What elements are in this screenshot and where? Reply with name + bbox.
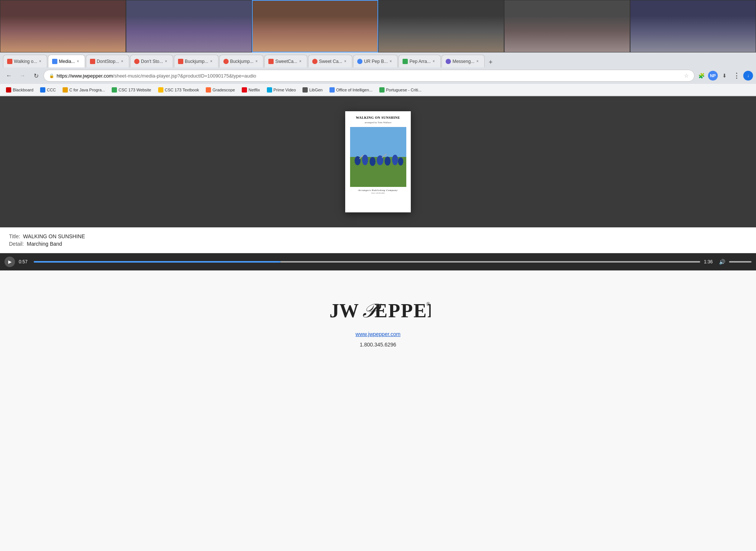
pdf-icon-2 [90,59,95,64]
bookmark-label: Office of Intelligen... [336,88,373,92]
svg-point-6 [385,157,391,166]
progress-remaining [280,261,700,263]
tab-walking-o[interactable]: Walking o... × [3,55,47,67]
album-publisher: ·Arrangers·Publishing·Company· [358,189,399,191]
tab-label: Walking o... [14,59,37,64]
bookmark-ccc[interactable]: CCC [37,87,59,93]
tab-close-2[interactable]: × [75,58,81,64]
prime-icon [267,87,272,93]
profile-btn[interactable]: NP [708,71,718,81]
svg-point-2 [355,156,361,165]
ccc-icon [40,87,45,93]
tab-media[interactable]: Media... × [48,55,85,67]
tab-dontstop[interactable]: DontStop... × [86,55,129,67]
download-icon[interactable]: ↓ [743,71,753,81]
bookmark-gradescope[interactable]: Gradescope [203,87,238,93]
video-strip [0,0,756,52]
csc173-tb-icon [158,87,163,93]
bookmark-libgen[interactable]: LibGen [299,87,325,93]
bookmark-label: CSC 173 Textbook [165,88,199,92]
url-text: https://www.jwpepper.com/sheet-music/med… [57,73,682,79]
bookmark-netflix[interactable]: Netflix [239,87,263,93]
track-info-section: Title: WALKING ON SUNSHINE Detail: March… [0,227,756,253]
video-tile-6[interactable] [630,0,756,52]
tab-close-11[interactable]: × [475,58,481,64]
lock-icon: 🔒 [49,73,54,78]
tab-pep-arr[interactable]: Pep Arra... × [398,55,441,67]
progress-bar[interactable] [34,261,700,263]
bookmark-portuguese[interactable]: Portuguese - Criti... [376,87,425,93]
tab-close-6[interactable]: × [253,58,259,64]
album-cover-image [350,127,406,187]
total-time: 1:36 [704,259,715,264]
footer-url[interactable]: www.jwpepper.com [356,331,401,337]
video-tile-2[interactable] [126,0,252,52]
more-btn[interactable]: ⋮ [731,70,742,81]
tab-buckjump-1[interactable]: Buckjump... × [174,55,219,67]
track-detail-row: Detail: Marching Band [9,241,747,247]
tab-label: Messeng... [452,59,475,64]
tab-buckjump-2[interactable]: Buckjump... × [219,55,264,67]
album-publisher2: HAL LEONARD [371,192,385,194]
volume-bar[interactable] [729,261,752,263]
svg-point-7 [392,155,398,165]
current-time: 0:57 [19,259,30,264]
tab-sweetca-1[interactable]: SweetCa... × [264,55,307,67]
svg-point-4 [370,157,376,166]
reload-button[interactable]: ↻ [30,70,42,82]
video-tile-3[interactable] [252,0,379,52]
tab-close-8[interactable]: × [342,58,348,64]
bookmark-label: Blackboard [13,88,33,92]
tab-messenger[interactable]: Messeng... × [442,55,485,67]
back-button[interactable]: ← [3,70,15,82]
sync-btn[interactable]: ⬇ [719,70,730,81]
video-tile-4[interactable] [378,0,504,52]
bookmark-label: Netflix [249,88,260,92]
tab-dont-sto[interactable]: Don't Sto... × [130,55,173,67]
csc173-icon [112,87,117,93]
bookmark-label: CCC [47,88,56,92]
url-domain: https://www.jwpepper.com [57,73,113,79]
title-label: Title: [9,233,20,239]
tab-ur-pep[interactable]: UR Pep B... × [353,55,398,67]
tab-label: Pep Arra... [409,59,431,64]
bookmark-prime[interactable]: Prime Video [264,87,299,93]
extensions-btn[interactable]: 🧩 [696,70,707,81]
bookmark-label: Prime Video [274,88,296,92]
url-bar[interactable]: 🔒 https://www.jwpepper.com/sheet-music/m… [43,70,695,82]
tab-close-10[interactable]: × [431,58,437,64]
pdf-icon-4 [268,59,274,64]
bookmark-office[interactable]: Office of Intelligen... [326,87,376,93]
pdf-icon [7,59,12,64]
new-tab-button[interactable]: + [485,57,496,67]
tab-close-5[interactable]: × [208,58,214,64]
tab-close-3[interactable]: × [119,58,125,64]
bookmark-label: Portuguese - Criti... [386,88,422,92]
tab-label: UR Pep B... [364,59,388,64]
play-button[interactable]: ▶ [4,257,15,267]
media-player: WALKING ON SUNSHINE arranged by Tom Wall… [0,96,756,363]
track-title: WALKING ON SUNSHINE [23,233,85,239]
tab-label: DontStop... [97,59,119,64]
bookmark-java[interactable]: C for Java Progra... [60,87,108,93]
svg-rect-0 [350,127,406,157]
youtube-icon-3 [312,59,317,64]
office-icon [329,87,335,93]
browser-chrome: Walking o... × Media... × DontStop... × … [0,52,756,96]
tab-label: Sweet Ca... [319,59,342,64]
forward-button[interactable]: → [16,70,28,82]
tab-close-9[interactable]: × [388,58,394,64]
tab-close-7[interactable]: × [297,58,303,64]
tab-close-4[interactable]: × [163,58,169,64]
bookmark-csc173-tb[interactable]: CSC 173 Textbook [155,87,202,93]
bookmark-blackboard[interactable]: Blackboard [3,87,36,93]
bookmark-star-icon[interactable]: ☆ [684,73,689,79]
bookmark-csc173[interactable]: CSC 173 Website [109,87,154,93]
video-tile-5[interactable] [504,0,630,52]
tab-sweetca-2[interactable]: Sweet Ca... × [308,55,352,67]
volume-button[interactable]: 🔊 [719,259,725,265]
video-tile-1[interactable] [0,0,126,52]
bookmarks-bar: Blackboard CCC C for Java Progra... CSC … [0,84,756,96]
tab-close-1[interactable]: × [37,58,43,64]
svg-text:JW: JW [329,300,359,321]
